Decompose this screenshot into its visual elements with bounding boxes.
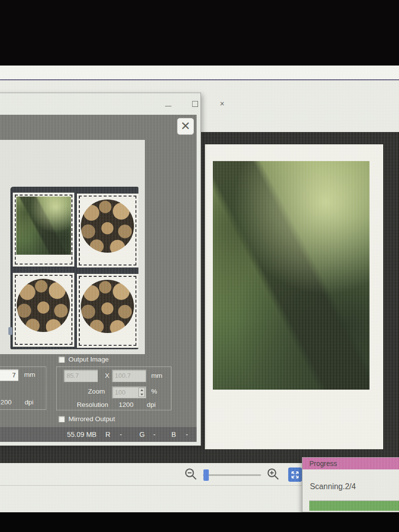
progress-bar-track — [309, 500, 399, 511]
minimize-button[interactable] — [163, 99, 173, 109]
maximize-icon — [192, 101, 198, 107]
zoom-out-icon[interactable] — [184, 467, 199, 482]
expand-arrows-icon — [290, 470, 300, 480]
channel-b-value: - — [186, 431, 188, 438]
zoom-unit: % — [151, 388, 157, 395]
photographed-monitor: × ✕ — [0, 0, 399, 532]
maximize-button[interactable] — [190, 99, 200, 109]
dialog-close-button[interactable]: ✕ — [177, 118, 194, 135]
progress-bar-fill — [309, 501, 399, 511]
output-width-field[interactable]: 85.7 — [64, 369, 98, 382]
thumbnail-preview-panel — [0, 140, 145, 354]
film-holder — [10, 187, 138, 349]
screen-top-band — [0, 66, 399, 79]
thumbnail-1-photo-placeholder — [16, 197, 71, 255]
resolution-unit: dpi — [147, 401, 156, 408]
thumbnail-1[interactable] — [13, 193, 74, 266]
dimension-separator: X — [105, 372, 109, 379]
resolution-label: Resolution — [77, 401, 108, 408]
holder-clip — [8, 327, 12, 335]
thumbnail-4-photo-placeholder — [81, 280, 134, 333]
channel-g-label: G — [139, 431, 145, 438]
resolution-value: 1200 — [119, 401, 133, 408]
mirrored-output-checkbox[interactable] — [58, 416, 65, 423]
file-size: 55.09 MB — [67, 431, 97, 438]
output-size-unit: mm — [151, 372, 163, 379]
channel-r-value: - — [120, 431, 122, 438]
progress-status-text: Scanning.2/4 — [310, 482, 356, 491]
titlebar-close-button[interactable]: × — [217, 99, 227, 109]
zoom-spinner — [138, 388, 145, 397]
scanned-photo-placeholder — [213, 161, 369, 390]
zoom-value: 100 — [115, 389, 126, 396]
app-window: × ✕ — [0, 66, 399, 512]
thumbnail-2[interactable] — [77, 194, 138, 267]
mirrored-output-label: Mirrored Output — [68, 415, 115, 423]
zoom-label: Zoom — [70, 388, 105, 395]
fit-to-screen-button[interactable] — [288, 467, 302, 482]
thumbnail-2-photo-placeholder — [81, 200, 134, 253]
dialog-content: ✕ — [0, 115, 197, 442]
scan-dialog-window: × ✕ — [0, 93, 201, 446]
input-resolution-unit: dpi — [25, 399, 33, 406]
input-width-field[interactable]: 7 — [0, 369, 19, 381]
zoom-slider-track[interactable] — [203, 474, 261, 476]
monitor-bezel — [0, 512, 399, 532]
output-image-checkbox[interactable] — [58, 356, 65, 363]
spin-down-button[interactable] — [139, 393, 144, 397]
zoom-slider-handle[interactable] — [203, 469, 209, 481]
input-width-unit: mm — [24, 371, 35, 378]
spin-up-button[interactable] — [139, 388, 144, 393]
thumbnail-3-photo-placeholder — [17, 279, 70, 332]
zoom-field[interactable]: 100 — [112, 386, 146, 399]
output-height-field[interactable]: 100.7 — [112, 369, 146, 382]
thumbnail-3[interactable] — [13, 273, 74, 347]
dialog-status-bar: 55.09 MB R - G - B - — [0, 427, 197, 442]
close-icon: × — [220, 100, 224, 108]
progress-dialog: Progress Scanning.2/4 — [302, 457, 399, 512]
channel-b-label: B — [171, 431, 176, 438]
horizontal-divider — [0, 79, 399, 80]
scanned-photo-frame[interactable] — [205, 144, 383, 449]
output-image-label: Output Image — [68, 356, 109, 363]
channel-g-value: - — [153, 431, 156, 438]
minimize-icon — [165, 106, 171, 106]
channel-r-label: R — [105, 431, 110, 438]
thumbnail-4[interactable] — [77, 274, 138, 348]
progress-dialog-title[interactable]: Progress — [302, 458, 399, 469]
dialog-titlebar[interactable]: × — [0, 93, 200, 115]
input-resolution-value: 200 — [0, 399, 12, 406]
zoom-in-icon[interactable] — [266, 467, 281, 482]
